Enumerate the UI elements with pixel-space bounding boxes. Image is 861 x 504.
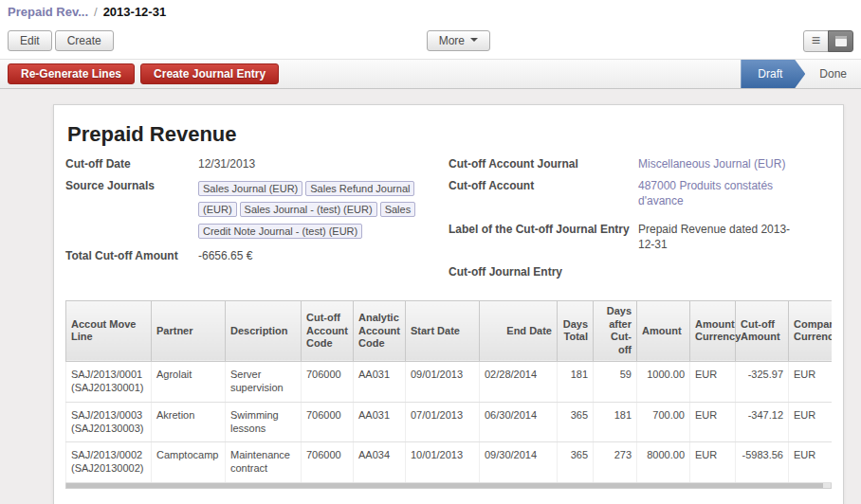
column-header[interactable]: Days Total bbox=[558, 300, 594, 361]
status-draft: Draft bbox=[741, 60, 805, 88]
cell-end-date: 09/30/2014 bbox=[480, 442, 558, 483]
total-cutoff-amount-value: -6656.65 € bbox=[198, 248, 252, 263]
cell-cutoff-amount: -347.12 bbox=[736, 402, 789, 442]
cell-end-date: 06/30/2014 bbox=[480, 402, 558, 442]
cell-days-total: 365 bbox=[558, 442, 594, 483]
table-row[interactable]: SAJ/2013/0001 (SAJ20130001) Agrolait Ser… bbox=[66, 361, 833, 402]
cell-amount-currency: EUR bbox=[690, 361, 736, 402]
cell-cutoff-amount: -5983.56 bbox=[736, 442, 789, 483]
create-journal-entry-button[interactable]: Create Journal Entry bbox=[140, 63, 279, 84]
column-header[interactable]: Accout Move Line bbox=[66, 300, 152, 361]
cell-start-date: 07/01/2013 bbox=[406, 402, 480, 442]
cell-move-line: SAJ/2013/0003 (SAJ20130003) bbox=[66, 402, 152, 442]
column-header[interactable]: Description bbox=[226, 300, 302, 361]
fields-right-column: Cut-off Account Journal Miscellaneous Jo… bbox=[449, 156, 832, 285]
field-source-journals: Source Journals Sales Journal (EUR)Sales… bbox=[65, 178, 449, 242]
cell-days-after-cutoff: 59 bbox=[594, 361, 637, 402]
field-cutoff-account-journal: Cut-off Account Journal Miscellaneous Jo… bbox=[449, 156, 832, 171]
field-section: Cut-off Date 12/31/2013 Source Journals … bbox=[65, 156, 832, 285]
journal-entry-label-value: Prepaid Revenue dated 2013-12-31 bbox=[638, 222, 801, 252]
create-button[interactable]: Create bbox=[55, 30, 114, 51]
more-button[interactable]: More bbox=[427, 30, 490, 51]
action-bar: Re-Generate Lines Create Journal Entry D… bbox=[0, 59, 861, 89]
column-header[interactable]: Partner bbox=[152, 300, 226, 361]
cell-description: Server supervision bbox=[226, 361, 302, 402]
cutoff-account-label: Cut-off Account bbox=[449, 178, 638, 192]
field-journal-entry-label: Label of the Cut-off Journal Entry Prepa… bbox=[449, 222, 832, 252]
journal-tag: Sales Journal - (test) (EUR) bbox=[240, 202, 377, 217]
cutoff-date-value: 12/31/2013 bbox=[198, 156, 255, 171]
cell-move-line: SAJ/2013/0002 (SAJ20130002) bbox=[66, 442, 152, 483]
table-row[interactable]: SAJ/2013/0003 (SAJ20130003) Akretion Swi… bbox=[66, 402, 833, 442]
source-journals-label: Source Journals bbox=[65, 178, 198, 192]
fields-left-column: Cut-off Date 12/31/2013 Source Journals … bbox=[65, 156, 449, 285]
scrollbar-thumb[interactable] bbox=[66, 483, 823, 488]
cell-analytic-account-code: AA034 bbox=[354, 442, 406, 483]
list-view-button[interactable]: ≡ bbox=[803, 30, 829, 52]
breadcrumb-separator: / bbox=[94, 5, 98, 19]
column-header[interactable]: Amount bbox=[637, 300, 690, 361]
table-row[interactable]: SAJ/2013/0002 (SAJ20130002) Camptocamp M… bbox=[66, 442, 833, 483]
cell-partner: Camptocamp bbox=[152, 442, 226, 483]
list-view-icon: ≡ bbox=[812, 33, 820, 48]
cell-description: Maintenance contract bbox=[226, 442, 302, 483]
edit-button[interactable]: Edit bbox=[8, 30, 52, 51]
column-header[interactable]: Amount Currency bbox=[690, 300, 736, 361]
regenerate-lines-button[interactable]: Re-Generate Lines bbox=[8, 63, 135, 84]
column-header[interactable]: Cut-off Amount bbox=[736, 300, 789, 361]
cutoff-account-journal-value[interactable]: Miscellaneous Journal (EUR) bbox=[638, 156, 785, 171]
cell-amount: 700.00 bbox=[637, 402, 690, 442]
cell-move-line: SAJ/2013/0001 (SAJ20130001) bbox=[66, 361, 152, 402]
table-header-row: Accout Move LinePartnerDescriptionCut-of… bbox=[66, 300, 833, 361]
view-switcher: ≡ bbox=[803, 30, 853, 52]
cell-amount: 8000.00 bbox=[637, 442, 690, 483]
cutoff-account-journal-label: Cut-off Account Journal bbox=[449, 156, 638, 171]
breadcrumb-current: 2013-12-31 bbox=[103, 5, 167, 19]
journal-entry-label-label: Label of the Cut-off Journal Entry bbox=[449, 222, 638, 236]
column-header[interactable]: Company Currency bbox=[789, 300, 833, 361]
cell-days-total: 181 bbox=[558, 361, 594, 402]
cutoff-lines-table: Accout Move LinePartnerDescriptionCut-of… bbox=[65, 300, 832, 489]
journal-tag: Sales Journal (EUR) bbox=[198, 181, 302, 196]
cell-start-date: 09/01/2013 bbox=[406, 361, 480, 402]
column-header[interactable]: End Date bbox=[480, 300, 558, 361]
cell-amount-currency: EUR bbox=[690, 442, 736, 483]
cell-cutoff-amount: -325.97 bbox=[736, 361, 789, 402]
cell-days-after-cutoff: 181 bbox=[594, 402, 637, 442]
column-header[interactable]: Cut-off Account Code bbox=[302, 300, 354, 361]
column-header[interactable]: Start Date bbox=[406, 300, 480, 361]
cell-start-date: 10/01/2013 bbox=[406, 442, 480, 483]
field-total-cutoff-amount: Total Cut-off Amount -6656.65 € bbox=[65, 248, 449, 263]
breadcrumb-parent-link[interactable]: Prepaid Rev... bbox=[8, 5, 88, 19]
cutoff-account-value[interactable]: 487000 Produits constatés d'avance bbox=[638, 178, 801, 208]
field-cutoff-date: Cut-off Date 12/31/2013 bbox=[65, 156, 449, 171]
content-area: Prepaid Revenue Cut-off Date 12/31/2013 … bbox=[0, 89, 861, 504]
breadcrumb: Prepaid Rev... / 2013-12-31 bbox=[0, 0, 861, 23]
toolbar: Edit Create More ≡ bbox=[0, 23, 861, 59]
cell-company-currency: EUR bbox=[789, 402, 833, 442]
column-header[interactable]: Days after Cut-off bbox=[594, 300, 637, 361]
horizontal-scrollbar[interactable] bbox=[65, 483, 832, 489]
cell-days-total: 365 bbox=[558, 402, 594, 442]
source-journals-tags: Sales Journal (EUR)Sales Refund Journal … bbox=[198, 178, 428, 242]
column-header[interactable]: Analytic Account Code bbox=[354, 300, 406, 361]
total-cutoff-amount-label: Total Cut-off Amount bbox=[65, 248, 198, 262]
cell-end-date: 02/28/2014 bbox=[480, 361, 558, 402]
cell-partner: Akretion bbox=[152, 402, 226, 442]
cell-cutoff-account-code: 706000 bbox=[302, 361, 354, 402]
table-body: SAJ/2013/0001 (SAJ20130001) Agrolait Ser… bbox=[66, 361, 833, 482]
cell-description: Swimming lessons bbox=[226, 402, 302, 442]
cell-analytic-account-code: AA031 bbox=[354, 402, 406, 442]
field-cutoff-journal-entry: Cut-off Journal Entry bbox=[449, 264, 832, 279]
cell-amount-currency: EUR bbox=[690, 402, 736, 442]
workflow-buttons: Re-Generate Lines Create Journal Entry bbox=[8, 60, 279, 88]
field-cutoff-account: Cut-off Account 487000 Produits constaté… bbox=[449, 178, 832, 208]
cell-partner: Agrolait bbox=[152, 361, 226, 402]
cell-cutoff-account-code: 706000 bbox=[302, 442, 354, 483]
form-view-button[interactable] bbox=[828, 30, 853, 52]
record-buttons: Edit Create bbox=[8, 30, 114, 51]
caret-down-icon bbox=[470, 38, 478, 45]
page-title: Prepaid Revenue bbox=[67, 122, 832, 147]
form-view-icon bbox=[835, 36, 847, 46]
cell-days-after-cutoff: 273 bbox=[594, 442, 637, 483]
